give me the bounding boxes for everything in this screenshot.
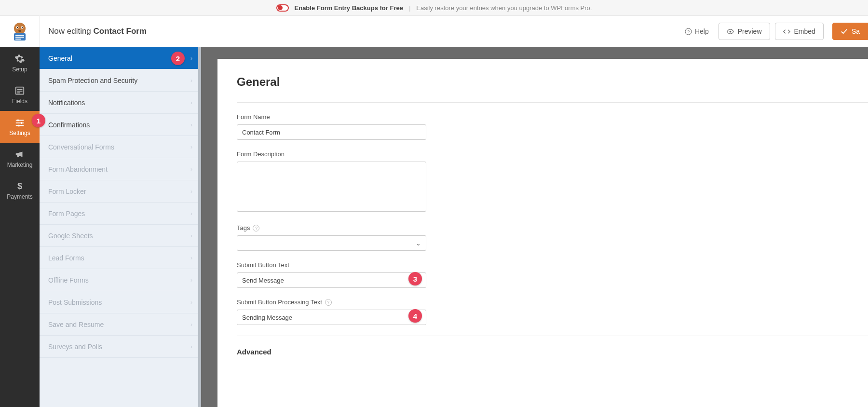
subnav-surveys-label: Surveys and Polls: [48, 343, 102, 351]
subnav-confirmations-label: Confirmations: [48, 121, 90, 129]
chevron-right-icon: ›: [190, 99, 192, 106]
subnav-surveys[interactable]: Surveys and Polls›: [40, 336, 201, 358]
subnav-locker[interactable]: Form Locker›: [40, 180, 201, 203]
canvas-wrapper: General Form Name Form Description Tags …: [201, 47, 868, 407]
nav-marketing[interactable]: Marketing: [0, 143, 40, 175]
subnav-save-resume-label: Save and Resume: [48, 321, 104, 328]
chevron-right-icon: ›: [190, 210, 192, 217]
chevron-right-icon: ›: [190, 321, 192, 328]
help-icon[interactable]: ?: [325, 299, 332, 306]
code-icon: [783, 28, 790, 35]
dollar-icon: $: [14, 181, 25, 191]
nav-fields[interactable]: Fields: [0, 79, 40, 111]
preview-button[interactable]: Preview: [719, 23, 770, 40]
chevron-right-icon: ›: [190, 255, 192, 261]
subnav-sheets[interactable]: Google Sheets›: [40, 225, 201, 247]
bullhorn-icon: [14, 149, 25, 160]
embed-button[interactable]: Embed: [775, 23, 824, 40]
chevron-right-icon: ›: [190, 144, 192, 150]
subnav-notifications-label: Notifications: [48, 99, 85, 107]
field-form-description: Form Description: [237, 150, 545, 214]
svg-point-3: [16, 27, 17, 28]
promo-bar: Enable Form Entry Backups for Free | Eas…: [0, 0, 868, 15]
submit-text-input[interactable]: [237, 272, 426, 288]
advanced-section-title[interactable]: Advanced: [237, 348, 868, 356]
svg-point-4: [21, 27, 22, 28]
tags-select[interactable]: ⌄: [237, 235, 426, 251]
subnav-general[interactable]: General › 2: [40, 47, 201, 69]
sliders-icon: [14, 117, 25, 128]
nav-marketing-label: Marketing: [7, 162, 33, 168]
header-actions: ? Help Preview Embed Sa: [680, 23, 868, 40]
form-name-label: Form Name: [237, 113, 545, 121]
embed-label: Embed: [794, 27, 815, 35]
chevron-right-icon: ›: [190, 77, 192, 84]
svg-point-12: [729, 30, 731, 32]
editing-form-name: Contact Form: [94, 27, 147, 36]
svg-rect-9: [15, 39, 21, 40]
subnav-confirmations[interactable]: Confirmations›: [40, 114, 201, 136]
subnav-notifications[interactable]: Notifications›: [40, 92, 201, 114]
subnav-offline-label: Offline Forms: [48, 276, 89, 284]
subnav-lead[interactable]: Lead Forms›: [40, 247, 201, 269]
svg-rect-7: [15, 35, 24, 36]
settings-subnav: General › 2 Spam Protection and Security…: [40, 47, 201, 407]
subnav-pages[interactable]: Form Pages›: [40, 203, 201, 225]
tags-label-text: Tags: [237, 224, 250, 231]
help-icon[interactable]: ?: [253, 225, 259, 231]
svg-text:?: ?: [687, 29, 690, 34]
promo-separator: |: [409, 4, 410, 12]
annotation-badge-1: 1: [32, 114, 45, 127]
svg-point-0: [14, 23, 26, 34]
nav-setup[interactable]: Setup: [0, 47, 40, 79]
save-button[interactable]: Sa: [832, 23, 868, 40]
help-icon: ?: [685, 28, 692, 35]
chevron-right-icon: ›: [190, 55, 192, 62]
subnav-abandonment[interactable]: Form Abandonment›: [40, 158, 201, 180]
form-icon: [14, 85, 25, 96]
app-logo[interactable]: [0, 15, 40, 47]
subnav-post-label: Post Submissions: [48, 298, 102, 306]
help-label: Help: [695, 27, 709, 35]
svg-point-20: [21, 122, 23, 124]
form-name-input[interactable]: [237, 124, 426, 140]
svg-point-18: [17, 119, 19, 121]
left-nav: Setup Fields Settings 1 Marketing $ Paym…: [0, 47, 40, 407]
svg-point-22: [18, 124, 20, 126]
processing-text-label: Submit Button Processing Text ?: [237, 298, 545, 306]
check-icon: [841, 28, 848, 35]
form-description-input[interactable]: [237, 162, 426, 212]
annotation-badge-2: 2: [171, 52, 185, 65]
nav-settings[interactable]: Settings 1: [0, 111, 40, 143]
tags-label: Tags ?: [237, 224, 545, 231]
annotation-badge-4: 4: [408, 309, 422, 323]
settings-canvas: General Form Name Form Description Tags …: [217, 59, 868, 407]
svg-rect-8: [15, 37, 24, 38]
svg-text:$: $: [17, 181, 22, 191]
subnav-save-resume[interactable]: Save and Resume›: [40, 313, 201, 336]
help-link[interactable]: ? Help: [680, 24, 714, 39]
divider: [237, 102, 868, 103]
svg-point-5: [18, 30, 21, 32]
promo-toggle-icon[interactable]: [276, 4, 289, 12]
nav-payments[interactable]: $ Payments: [0, 175, 40, 206]
promo-bold-text: Enable Form Entry Backups for Free: [295, 4, 403, 12]
subnav-conversational[interactable]: Conversational Forms›: [40, 136, 201, 158]
chevron-right-icon: ›: [190, 232, 192, 239]
form-description-label: Form Description: [237, 150, 545, 158]
wpforms-logo-icon: [9, 21, 30, 42]
nav-fields-label: Fields: [12, 98, 27, 105]
subnav-spam[interactable]: Spam Protection and Security›: [40, 69, 201, 92]
subnav-offline[interactable]: Offline Forms›: [40, 269, 201, 291]
subnav-abandonment-label: Form Abandonment: [48, 165, 108, 173]
subnav-post[interactable]: Post Submissions›: [40, 291, 201, 313]
processing-text-input[interactable]: [237, 310, 426, 325]
header-bar: Now editing Contact Form ? Help Preview …: [0, 15, 868, 47]
section-title: General: [237, 75, 868, 89]
promo-sub-text: Easily restore your entries when you upg…: [416, 4, 592, 12]
submit-text-label: Submit Button Text: [237, 261, 545, 269]
editing-prefix: Now editing: [48, 27, 94, 36]
chevron-right-icon: ›: [190, 299, 192, 306]
subnav-sheets-label: Google Sheets: [48, 232, 93, 240]
chevron-right-icon: ›: [190, 277, 192, 284]
